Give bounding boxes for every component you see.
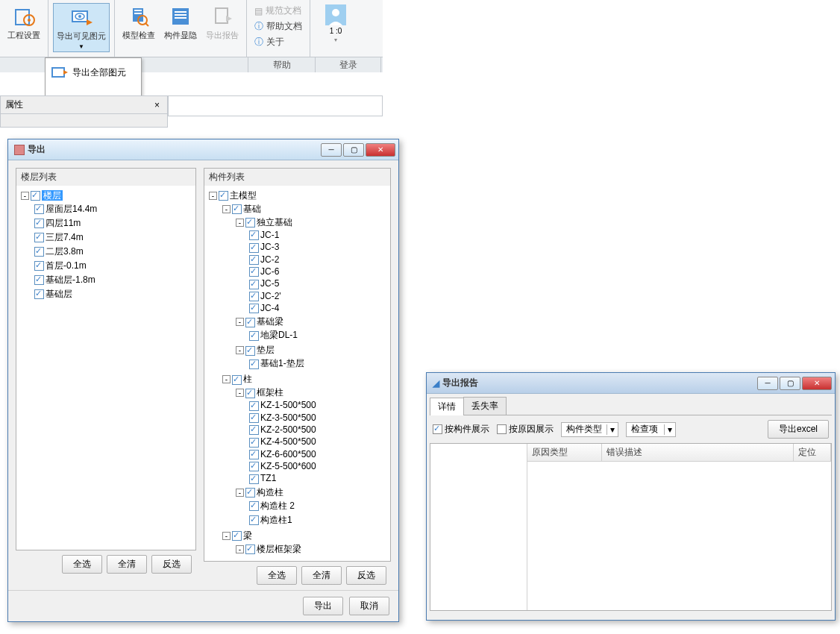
tree-checkbox[interactable] bbox=[249, 255, 259, 265]
ribbon-group-login: 1 :0 ▾ bbox=[310, 0, 361, 57]
project-settings-button[interactable]: 工程设置 bbox=[4, 3, 43, 43]
floors-tree[interactable]: -楼层 屋面层14.4m四层11m三层7.4m二层3.8m首层-0.1m基础层-… bbox=[16, 186, 195, 550]
tree-item[interactable]: KZ-2-500*500 bbox=[260, 424, 316, 435]
components-panel: 构件列表 -主模型 -基础 -独立基础 JC-1JC-3JC-2JC-6JC-5… bbox=[204, 168, 391, 562]
minimize-button[interactable]: ─ bbox=[757, 377, 778, 390]
about-button[interactable]: ⓘ 关于 bbox=[254, 36, 284, 48]
components-panel-title: 构件列表 bbox=[204, 169, 390, 186]
tree-checkbox[interactable] bbox=[34, 247, 44, 257]
tree-checkbox[interactable] bbox=[249, 243, 259, 253]
tree-item[interactable]: 基础层-1.8m bbox=[46, 274, 95, 285]
maximize-button[interactable]: ▢ bbox=[780, 377, 800, 390]
tree-checkbox[interactable] bbox=[34, 204, 44, 214]
spec-doc-button[interactable]: ▤ 规范文档 bbox=[254, 4, 301, 17]
export-report-button[interactable]: 导出报告 bbox=[203, 3, 242, 43]
tree-checkbox[interactable] bbox=[249, 438, 259, 448]
report-grid[interactable]: 原因类型 错误描述 定位 bbox=[430, 443, 832, 611]
export-visible-button[interactable]: 导出可见图元 ▼ bbox=[53, 3, 110, 52]
tree-item[interactable]: 二层3.8m bbox=[46, 246, 84, 257]
tree-checkbox[interactable] bbox=[31, 191, 40, 201]
tree-checkbox[interactable] bbox=[34, 275, 44, 285]
tab-detail[interactable]: 详情 bbox=[430, 398, 464, 415]
minimize-button[interactable]: ─ bbox=[321, 143, 342, 157]
tree-item[interactable]: KZ-6-600*500 bbox=[260, 449, 316, 459]
tree-checkbox[interactable] bbox=[249, 501, 259, 511]
tree-item[interactable]: JC-6 bbox=[260, 266, 279, 277]
by-reason-checkbox[interactable]: 按原因展示 bbox=[497, 423, 554, 436]
tree-item[interactable]: KZ-3-500*500 bbox=[260, 412, 316, 423]
floors-panel: 楼层列表 -楼层 屋面层14.4m四层11m三层7.4m二层3.8m首层-0.1… bbox=[16, 168, 196, 550]
col-error-desc[interactable]: 错误描述 bbox=[602, 444, 794, 461]
tree-checkbox[interactable] bbox=[249, 450, 259, 459]
col-reason-type[interactable]: 原因类型 bbox=[527, 444, 602, 461]
tree-checkbox[interactable] bbox=[34, 233, 44, 242]
tree-checkbox[interactable] bbox=[249, 462, 259, 471]
tree-checkbox[interactable] bbox=[34, 289, 44, 299]
tree-item[interactable]: JC-4 bbox=[260, 303, 279, 313]
tree-item[interactable]: 四层11m bbox=[46, 218, 81, 228]
tree-item[interactable]: TZ1 bbox=[260, 473, 276, 483]
tree-item[interactable]: 首层-0.1m bbox=[46, 260, 87, 271]
help-group-label: 帮助 bbox=[248, 57, 316, 72]
floors-root[interactable]: 楼层 bbox=[42, 190, 63, 201]
report-titlebar[interactable]: ◢ 导出报告 ─ ▢ ✕ bbox=[427, 373, 835, 394]
tree-item[interactable]: JC-2' bbox=[260, 291, 281, 301]
tree-checkbox[interactable] bbox=[249, 401, 259, 411]
dropdown-arrow-icon[interactable]: ▾ bbox=[334, 37, 337, 43]
floors-select-all-button[interactable]: 全选 bbox=[62, 555, 102, 574]
export-titlebar[interactable]: 导出 ─ ▢ ✕ bbox=[8, 139, 398, 160]
tree-item[interactable]: 基础层 bbox=[46, 289, 72, 299]
tree-checkbox[interactable] bbox=[34, 219, 44, 228]
comp-invert-button[interactable]: 反选 bbox=[346, 566, 386, 585]
model-check-button[interactable]: 模型检查 bbox=[119, 3, 158, 43]
tab-loss[interactable]: 丢失率 bbox=[463, 397, 507, 415]
tree-checkbox[interactable] bbox=[249, 474, 259, 484]
component-show-button[interactable]: 构件显隐 bbox=[161, 3, 200, 43]
tree-checkbox[interactable] bbox=[249, 292, 259, 301]
help-doc-button[interactable]: ⓘ 帮助文档 bbox=[254, 20, 302, 33]
col-locate[interactable]: 定位 bbox=[794, 444, 831, 461]
export-excel-button[interactable]: 导出excel bbox=[768, 420, 829, 439]
tree-item[interactable]: JC-3 bbox=[260, 242, 279, 252]
tree-checkbox[interactable] bbox=[249, 413, 259, 423]
floors-clear-all-button[interactable]: 全清 bbox=[107, 555, 147, 574]
svg-point-6 bbox=[78, 15, 81, 18]
component-type-combo[interactable]: 构件类型 ▾ bbox=[561, 422, 618, 437]
model-check-label: 模型检查 bbox=[122, 30, 155, 41]
tree-checkbox[interactable] bbox=[249, 425, 259, 435]
tree-item[interactable]: 构造柱 2 bbox=[260, 500, 295, 511]
maximize-button[interactable]: ▢ bbox=[343, 143, 364, 157]
tree-item[interactable]: JC-2 bbox=[260, 254, 279, 265]
export-confirm-button[interactable]: 导出 bbox=[303, 597, 343, 615]
comp-clear-all-button[interactable]: 全清 bbox=[301, 566, 342, 585]
export-cancel-button[interactable]: 取消 bbox=[349, 597, 389, 615]
properties-title: 属性 bbox=[5, 98, 23, 111]
tree-item[interactable]: KZ-5-500*600 bbox=[260, 461, 316, 471]
grid-tree-pane[interactable] bbox=[430, 444, 527, 610]
tree-checkbox[interactable] bbox=[249, 515, 259, 525]
tree-checkbox[interactable] bbox=[249, 230, 259, 240]
tree-checkbox[interactable] bbox=[249, 304, 259, 313]
export-all-menuitem[interactable]: 导出全部图元 bbox=[46, 58, 141, 87]
tree-collapse-icon[interactable]: - bbox=[21, 192, 29, 200]
check-item-combo[interactable]: 检查项 ▾ bbox=[626, 422, 676, 437]
tree-item[interactable]: 构造柱1 bbox=[260, 515, 292, 525]
close-button[interactable]: ✕ bbox=[802, 377, 832, 390]
tree-item[interactable]: JC-5 bbox=[260, 278, 279, 289]
tree-checkbox[interactable] bbox=[34, 261, 44, 271]
tree-item[interactable]: 三层7.4m bbox=[46, 232, 84, 242]
tree-checkbox[interactable] bbox=[249, 267, 259, 277]
avatar-icon[interactable] bbox=[325, 4, 346, 25]
properties-close-button[interactable]: × bbox=[151, 100, 163, 110]
tree-item[interactable]: KZ-1-500*500 bbox=[260, 400, 316, 410]
components-tree[interactable]: -主模型 -基础 -独立基础 JC-1JC-3JC-2JC-6JC-5JC-2'… bbox=[204, 186, 390, 561]
close-button[interactable]: ✕ bbox=[366, 143, 395, 157]
model-check-icon bbox=[127, 4, 151, 28]
tree-item[interactable]: KZ-4-500*500 bbox=[260, 436, 316, 447]
comp-select-all-button[interactable]: 全选 bbox=[257, 566, 297, 585]
tree-item[interactable]: 屋面层14.4m bbox=[46, 204, 97, 214]
by-component-checkbox[interactable]: 按构件展示 bbox=[433, 423, 489, 436]
floors-invert-button[interactable]: 反选 bbox=[151, 555, 192, 574]
tree-checkbox[interactable] bbox=[249, 280, 259, 289]
tree-item[interactable]: JC-1 bbox=[260, 230, 279, 240]
